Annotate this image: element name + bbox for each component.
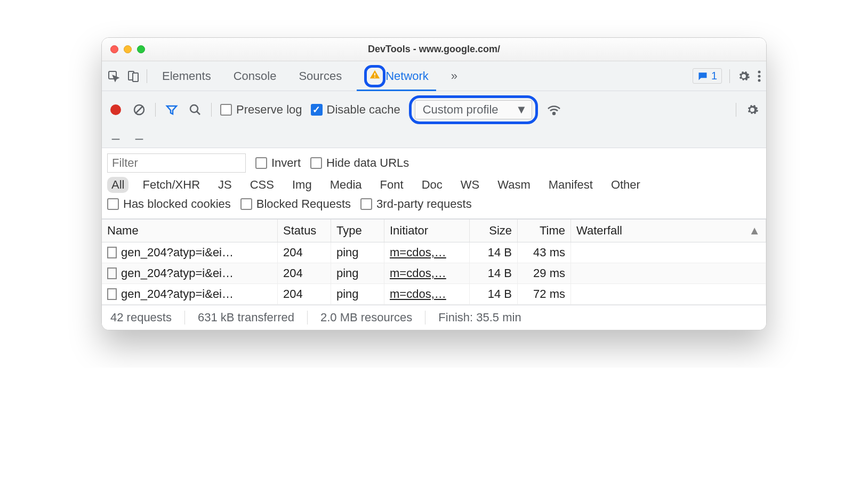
search-icon[interactable]	[188, 102, 203, 117]
invert-label: Invert	[271, 156, 301, 170]
preserve-log-label: Preserve log	[236, 103, 302, 117]
cell-initiator[interactable]: m=cdos,…	[390, 287, 446, 301]
third-party-label: 3rd-party requests	[376, 197, 472, 211]
close-window-button[interactable]	[110, 45, 118, 53]
svg-line-11	[197, 111, 200, 115]
tab-console[interactable]: Console	[226, 61, 284, 91]
table-row[interactable]: gen_204?atyp=i&ei… 204 ping m=cdos,… 14 …	[102, 263, 766, 284]
cell-status: 204	[278, 242, 331, 263]
window-controls	[110, 45, 145, 53]
svg-rect-4	[374, 76, 375, 77]
blocked-requests-label: Blocked Requests	[256, 197, 351, 211]
gear-icon[interactable]	[737, 70, 750, 83]
cell-type: ping	[331, 284, 384, 304]
hide-data-urls-checkbox[interactable]: Hide data URLs	[310, 156, 409, 170]
filter-chip-ws[interactable]: WS	[456, 177, 484, 193]
requests-table: Name Status Type Initiator Size Time Wat…	[102, 219, 766, 305]
hide-data-urls-label: Hide data URLs	[326, 156, 409, 170]
checkbox-checked	[311, 104, 323, 116]
filter-chip-js[interactable]: JS	[214, 177, 236, 193]
filter-chip-doc[interactable]: Doc	[417, 177, 447, 193]
device-toolbar-icon[interactable]	[127, 70, 139, 83]
filter-chip-font[interactable]: Font	[376, 177, 408, 193]
filter-chip-css[interactable]: CSS	[246, 177, 278, 193]
cell-type: ping	[331, 263, 384, 283]
col-header-time[interactable]: Time	[518, 220, 571, 242]
cell-initiator[interactable]: m=cdos,…	[390, 246, 446, 259]
cell-size: 14 B	[470, 284, 518, 304]
cell-time: 72 ms	[518, 284, 571, 304]
filter-chip-media[interactable]: Media	[326, 177, 366, 193]
warning-icon	[369, 69, 381, 80]
invert-checkbox[interactable]: Invert	[255, 156, 301, 170]
third-party-checkbox[interactable]: 3rd-party requests	[360, 197, 472, 211]
separator	[729, 69, 730, 83]
network-toolbar: Preserve log Disable cache Custom profil…	[102, 91, 766, 148]
filter-input[interactable]	[107, 153, 246, 173]
col-header-size[interactable]: Size	[470, 220, 518, 242]
minimize-window-button[interactable]	[124, 45, 132, 53]
filter-icon[interactable]	[164, 102, 179, 117]
inspect-icon[interactable]	[107, 70, 120, 83]
network-conditions-icon[interactable]	[546, 102, 561, 117]
clear-icon[interactable]	[132, 102, 147, 117]
cell-time: 43 ms	[518, 242, 571, 263]
document-icon	[107, 288, 117, 300]
svg-rect-3	[374, 73, 375, 76]
import-har-icon[interactable]	[132, 128, 147, 143]
export-har-icon[interactable]	[108, 128, 123, 143]
disable-cache-checkbox[interactable]: Disable cache	[311, 103, 400, 117]
window-title: DevTools - www.google.com/	[368, 44, 500, 55]
network-settings-gear-icon[interactable]	[745, 102, 760, 117]
status-transferred: 631 kB transferred	[198, 311, 308, 324]
filter-bar: Invert Hide data URLs All Fetch/XHR JS C…	[102, 148, 766, 219]
filter-chip-all[interactable]: All	[107, 177, 128, 193]
col-header-name[interactable]: Name	[102, 220, 278, 242]
throttling-select[interactable]: Custom profile ▼	[415, 100, 532, 119]
status-requests: 42 requests	[110, 311, 185, 324]
blocked-cookies-checkbox[interactable]: Has blocked cookies	[107, 197, 231, 211]
kebab-icon[interactable]	[758, 70, 761, 83]
col-header-status[interactable]: Status	[278, 220, 331, 242]
cell-waterfall	[571, 284, 766, 304]
tab-elements[interactable]: Elements	[155, 61, 219, 91]
chevron-down-icon: ▼	[516, 103, 527, 117]
table-row[interactable]: gen_204?atyp=i&ei… 204 ping m=cdos,… 14 …	[102, 284, 766, 305]
separator	[155, 103, 156, 117]
filter-chip-manifest[interactable]: Manifest	[544, 177, 597, 193]
svg-point-5	[758, 70, 761, 73]
tab-network-label: Network	[385, 69, 429, 83]
svg-point-10	[190, 105, 198, 112]
tab-network[interactable]: Network	[357, 61, 436, 91]
preserve-log-checkbox[interactable]: Preserve log	[220, 103, 302, 117]
document-icon	[107, 267, 117, 279]
svg-rect-2	[133, 73, 138, 82]
table-row[interactable]: gen_204?atyp=i&ei… 204 ping m=cdos,… 14 …	[102, 242, 766, 263]
issues-button[interactable]: 1	[693, 68, 722, 84]
separator	[736, 103, 736, 117]
filter-chip-img[interactable]: Img	[288, 177, 316, 193]
svg-point-12	[553, 112, 555, 115]
devtools-window: DevTools - www.google.com/ Elements Cons…	[101, 37, 767, 330]
filter-chip-wasm[interactable]: Wasm	[493, 177, 535, 193]
issues-count: 1	[711, 70, 717, 82]
col-header-waterfall[interactable]: Waterfall▲	[571, 220, 766, 242]
svg-point-6	[758, 75, 761, 77]
table-header: Name Status Type Initiator Size Time Wat…	[102, 219, 766, 242]
svg-point-7	[758, 79, 761, 82]
cell-initiator[interactable]: m=cdos,…	[390, 266, 446, 280]
blocked-requests-checkbox[interactable]: Blocked Requests	[240, 197, 351, 211]
tab-sources[interactable]: Sources	[291, 61, 349, 91]
disable-cache-label: Disable cache	[327, 103, 400, 117]
col-header-initiator[interactable]: Initiator	[384, 220, 470, 242]
maximize-window-button[interactable]	[137, 45, 145, 53]
tab-more[interactable]: »	[444, 61, 465, 91]
col-header-type[interactable]: Type	[331, 220, 384, 242]
cell-status: 204	[278, 284, 331, 304]
cell-type: ping	[331, 242, 384, 263]
record-button[interactable]	[108, 102, 123, 117]
filter-chip-other[interactable]: Other	[607, 177, 645, 193]
cell-size: 14 B	[470, 242, 518, 263]
separator	[147, 69, 147, 83]
filter-chip-fetch-xhr[interactable]: Fetch/XHR	[138, 177, 204, 193]
